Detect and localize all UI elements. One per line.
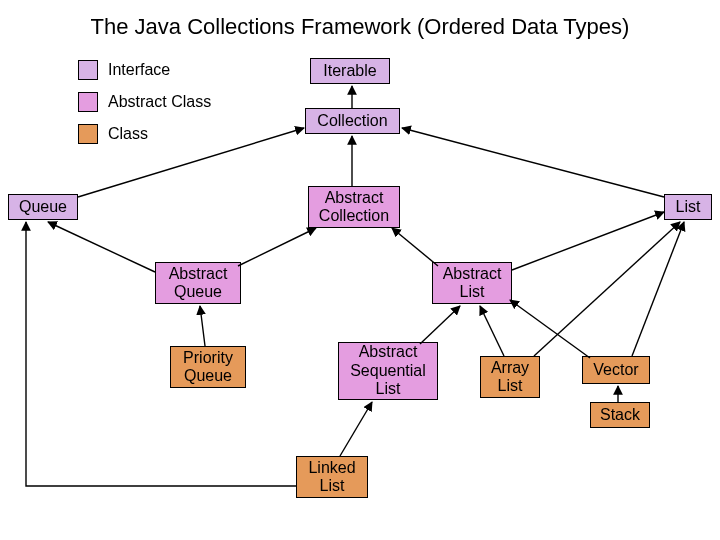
node-array-list: ArrayList bbox=[480, 356, 540, 398]
legend: Interface Abstract Class Class bbox=[78, 60, 211, 156]
node-queue: Queue bbox=[8, 194, 78, 220]
node-linked-list: LinkedList bbox=[296, 456, 368, 498]
edge-abslist-abscoll bbox=[392, 228, 438, 266]
edge-abslist-list bbox=[512, 212, 664, 270]
diagram-title: The Java Collections Framework (Ordered … bbox=[0, 14, 720, 40]
legend-interface-label: Interface bbox=[108, 61, 170, 79]
edge-arraylist-abslist bbox=[480, 306, 504, 356]
node-priority-queue: PriorityQueue bbox=[170, 346, 246, 388]
legend-abstract-label: Abstract Class bbox=[108, 93, 211, 111]
legend-class: Class bbox=[78, 124, 211, 144]
node-stack: Stack bbox=[590, 402, 650, 428]
edge-pq-absqueue bbox=[200, 306, 205, 346]
legend-abstract: Abstract Class bbox=[78, 92, 211, 112]
node-vector: Vector bbox=[582, 356, 650, 384]
node-abstract-collection: AbstractCollection bbox=[308, 186, 400, 228]
edge-absqueue-abscoll bbox=[238, 228, 316, 266]
edge-vector-abslist bbox=[510, 300, 590, 358]
edge-absqueue-queue bbox=[48, 222, 155, 272]
node-abstract-list: AbstractList bbox=[432, 262, 512, 304]
legend-class-label: Class bbox=[108, 125, 148, 143]
node-abstract-queue: AbstractQueue bbox=[155, 262, 241, 304]
edge-arraylist-list bbox=[534, 222, 680, 356]
legend-interface: Interface bbox=[78, 60, 211, 80]
node-iterable: Iterable bbox=[310, 58, 390, 84]
edge-list-collection bbox=[402, 128, 664, 197]
legend-interface-swatch bbox=[78, 60, 98, 80]
node-abstract-sequential-list: AbstractSequentialList bbox=[338, 342, 438, 400]
edge-asl-abslist bbox=[420, 306, 460, 344]
legend-class-swatch bbox=[78, 124, 98, 144]
edge-linkedlist-asl bbox=[340, 402, 372, 456]
edge-vector-list bbox=[632, 222, 684, 356]
legend-abstract-swatch bbox=[78, 92, 98, 112]
node-list: List bbox=[664, 194, 712, 220]
node-collection: Collection bbox=[305, 108, 400, 134]
